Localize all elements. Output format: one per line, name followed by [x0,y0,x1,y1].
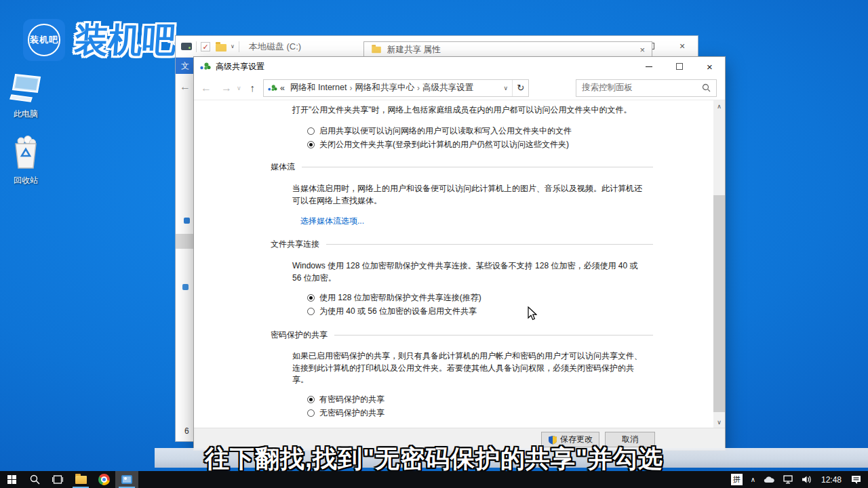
explorer-selected-nav-item[interactable] [176,234,193,249]
radio-password-sharing-on[interactable]: 有密码保护的共享 [307,394,384,405]
titlebar[interactable]: 高级共享设置 × [194,57,725,76]
radio-icon[interactable] [307,141,315,148]
forward-icon[interactable]: → [221,82,232,94]
file-explorer-icon [75,476,87,484]
scrollbar-thumb[interactable] [713,195,725,412]
back-icon[interactable]: ← [201,82,212,94]
maximize-icon [676,63,683,70]
close-button[interactable]: × [667,36,698,56]
tray-expand-icon[interactable]: ∧ [748,471,758,488]
radio-icon[interactable] [307,409,315,417]
drive-icon [181,43,192,50]
watermark-text: 装机吧 [73,19,178,61]
desktop-icon-label: 回收站 [0,175,52,186]
volume-icon[interactable] [799,471,814,488]
scrollbar[interactable]: ∧ ∨ [713,100,725,428]
window-title: 高级共享设置 [216,61,633,73]
breadcrumb-chevron-icon: › [349,83,352,93]
address-location-icon [268,84,277,92]
radio-label: 关闭公用文件夹共享(登录到此计算机的用户仍然可以访问这些文件夹) [319,139,569,150]
toolbar-divider [196,41,197,52]
active-app-icon [121,475,132,484]
minimize-button[interactable] [633,57,664,76]
toolbar-divider [239,41,239,52]
window-controls: × [633,57,725,76]
mouse-cursor [528,306,537,321]
taskbar-chrome[interactable] [92,471,115,488]
share-properties-dialog[interactable]: 新建共享 属性 × [363,41,652,58]
scroll-up-icon[interactable]: ∧ [713,100,725,112]
address-dropdown-icon[interactable]: ∨ [500,85,513,92]
radio-icon[interactable] [307,294,315,302]
settings-content: 打开"公用文件夹共享"时，网络上包括家庭组成员在内的用户都可以访问公用文件夹中的… [194,100,725,428]
dialog-title: 新建共享 属性 [387,44,639,56]
password-protected-text: 如果已启用密码保护的共享，则只有具备此计算机的用户帐户和密码的用户才可以访问共享… [292,350,644,386]
task-view-button[interactable] [46,471,69,488]
search-button[interactable] [23,471,46,488]
task-view-icon [52,475,63,484]
action-center-icon[interactable] [848,471,864,488]
taskbar: 拼 ∧ 12:48 [0,471,868,488]
section-title: 媒体流 [271,161,295,173]
explorer-window-title: 本地磁盘 (C:) [249,41,301,53]
properties-check-icon[interactable]: ✓ [201,42,210,52]
quick-access-chevron-icon[interactable]: ∨ [231,43,235,49]
explorer-nav-item-icon [182,284,189,290]
breadcrumb-network-internet[interactable]: 网络和 Internet [290,82,347,94]
onedrive-icon[interactable] [761,471,778,488]
section-media-streaming: 媒体流 [271,161,653,173]
radio-40-56bit-encryption[interactable]: 为使用 40 或 56 位加密的设备启用文件共享 [307,306,477,317]
maximize-button[interactable] [664,57,694,76]
radio-label: 为使用 40 或 56 位加密的设备启用文件共享 [319,306,477,317]
windows-logo-icon [7,475,16,484]
address-bar[interactable]: « 网络和 Internet › 网络和共享中心 › 高级共享设置 ∨ ↻ [263,79,529,97]
scroll-down-icon[interactable]: ∨ [713,416,725,428]
desktop-icon-recycle-bin[interactable]: 回收站 [0,136,52,186]
chrome-icon [98,474,110,485]
radio-password-sharing-off[interactable]: 无密码保护的共享 [307,407,384,419]
up-icon[interactable]: ↑ [250,82,256,94]
search-input[interactable]: 搜索控制面板 [576,79,717,97]
section-divider [334,335,653,336]
media-streaming-options-link[interactable]: 选择媒体流选项... [300,216,364,227]
search-icon [30,474,40,485]
folder-icon [372,46,381,52]
desktop-icon-label: 此电脑 [0,108,52,120]
radio-label: 使用 128 位加密帮助保护文件共享连接(推荐) [319,292,481,304]
dialog-close-icon[interactable]: × [639,45,645,55]
watermark-logo: 装机吧 装机吧 [23,19,176,61]
ime-indicator[interactable]: 拼 [728,471,745,488]
advanced-sharing-window[interactable]: 高级共享设置 × ← → ∨ ↑ « 网络和 Internet [193,56,726,451]
breadcrumb-prefix: « [280,83,285,93]
radio-public-sharing-on[interactable]: 启用共享以便可以访问网络的用户可以读取和写入公用文件夹中的文件 [307,125,572,137]
explorer-back-icon[interactable]: ← [180,81,191,93]
minimize-icon [646,66,652,67]
radio-label: 启用共享以便可以访问网络的用户可以读取和写入公用文件夹中的文件 [319,125,572,137]
breadcrumb-network-center[interactable]: 网络和共享中心 [355,82,414,94]
section-password-protected: 密码保护的共享 [271,329,653,341]
history-chevron-icon[interactable]: ∨ [237,85,241,92]
file-sharing-text: Windows 使用 128 位加密帮助保护文件共享连接。某些设备不支持 128… [292,260,644,284]
navigation-bar: ← → ∨ ↑ « 网络和 Internet › 网络和共享中心 › 高级共享设… [194,76,725,100]
media-streaming-text: 当媒体流启用时，网络上的用户和设备便可以访问此计算机上的图片、音乐以及视频。此计… [292,183,644,207]
refresh-icon[interactable]: ↻ [512,80,528,96]
section-title: 密码保护的共享 [271,329,328,341]
explorer-file-tab[interactable]: 文 [176,58,194,74]
radio-icon[interactable] [307,396,315,403]
taskbar-file-explorer[interactable] [69,471,92,488]
section-title: 文件共享连接 [271,239,319,250]
network-icon[interactable] [781,471,796,488]
close-button[interactable]: × [694,57,725,76]
new-folder-icon[interactable] [216,44,226,52]
radio-128bit-encryption[interactable]: 使用 128 位加密帮助保护文件共享连接(推荐) [307,292,481,304]
taskbar-active-app[interactable] [115,471,138,488]
radio-public-sharing-off[interactable]: 关闭公用文件夹共享(登录到此计算机的用户仍然可以访问这些文件夹) [307,139,569,150]
desktop-icon-this-pc[interactable]: 此电脑 [0,72,52,120]
start-button[interactable] [0,471,23,488]
radio-icon[interactable] [307,308,315,315]
radio-icon[interactable] [307,127,315,135]
ime-label: 拼 [731,474,743,485]
clock[interactable]: 12:48 [817,475,846,485]
breadcrumb-advanced-sharing[interactable]: 高级共享设置 [422,82,473,94]
address-bar-right: ∨ ↻ [500,80,529,96]
